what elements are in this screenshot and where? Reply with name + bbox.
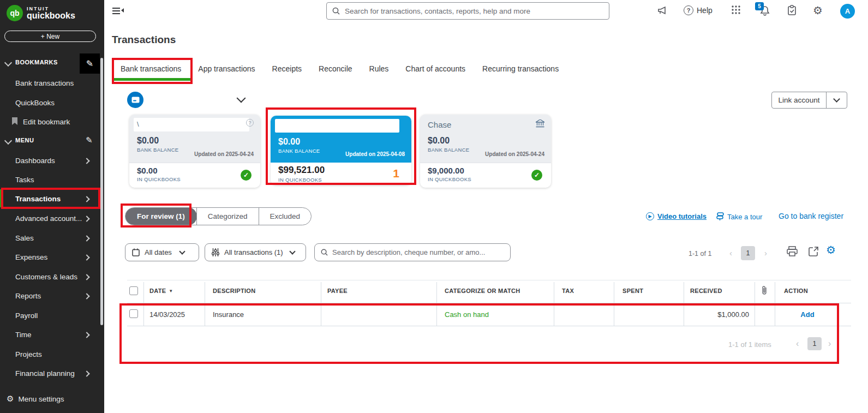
quickbooks-logo[interactable]: qb INTUIT quickbooks	[7, 5, 75, 21]
sidebar-item-projects[interactable]: Projects	[15, 350, 42, 358]
page-title: Transactions	[112, 34, 176, 46]
tab-app-transactions[interactable]: App transactions	[198, 64, 255, 73]
row-checkbox[interactable]	[129, 309, 138, 318]
sidebar-item-time[interactable]: Time	[15, 331, 32, 339]
notifications-button[interactable]: 5	[759, 5, 770, 16]
active-tab-underline	[114, 78, 192, 81]
bottom-pagination-page-1[interactable]: 1	[807, 337, 822, 350]
go-to-bank-register-label: Go to bank register	[779, 212, 843, 220]
tab-bank-transactions[interactable]: Bank transactions	[121, 64, 181, 73]
collapse-sidebar-icon[interactable]	[112, 7, 124, 16]
sidebar-item-payroll[interactable]: Payroll	[15, 312, 38, 320]
table-search[interactable]	[314, 243, 511, 261]
gear-icon: ⚙	[7, 394, 14, 404]
tab-rules[interactable]: Rules	[369, 64, 389, 73]
table-settings-gear-icon[interactable]: ⚙	[826, 243, 836, 256]
help-icon: ?	[684, 5, 693, 15]
link-account-caret[interactable]	[827, 92, 847, 108]
announcements-icon[interactable]	[657, 5, 668, 16]
tooltip-question-icon[interactable]: ?	[246, 119, 254, 127]
cell-categorize[interactable]: Cash on hand	[445, 310, 489, 319]
accounts-dropdown-icon[interactable]	[237, 94, 246, 103]
qb-logo-icon: qb	[7, 5, 23, 21]
sidebar-item-customers-leads[interactable]: Customers & leads	[15, 273, 77, 281]
sidebar-item-financial-planning[interactable]: Financial planning	[15, 369, 75, 378]
account-card-1[interactable]: \ ? $0.00 BANK BALANCE Updated on 2025-0…	[129, 115, 260, 188]
select-all-checkbox[interactable]	[129, 286, 138, 295]
date-filter-label: All dates	[145, 248, 172, 256]
bookmarks-collapse-icon[interactable]	[4, 59, 12, 67]
transactions-filter-dropdown[interactable]: All transactions (1)	[205, 243, 306, 261]
sidebar-item-expenses[interactable]: Expenses	[15, 253, 47, 261]
tasks-clipboard-icon[interactable]	[787, 5, 797, 16]
sidebar-item-sales[interactable]: Sales	[15, 234, 34, 242]
settings-gear-icon[interactable]: ⚙	[813, 4, 823, 17]
pagination-range: 1-1 of 1	[689, 250, 711, 258]
go-to-bank-register-link[interactable]: Go to bank register	[779, 212, 843, 220]
sidebar-item-quickbooks[interactable]: QuickBooks	[15, 99, 55, 107]
bottom-pagination-next-icon[interactable]: ›	[828, 339, 831, 349]
column-header-received: RECEIVED	[690, 288, 722, 294]
edit-bookmarks-button[interactable]: ✎	[80, 53, 100, 74]
account-card-2-selected[interactable]: $0.00 BANK BALANCE Updated on 2025-04-08…	[271, 116, 411, 185]
edit-menu-button[interactable]: ✎	[86, 135, 93, 145]
export-icon[interactable]	[809, 246, 819, 256]
tab-receipts[interactable]: Receipts	[272, 64, 302, 73]
menu-collapse-icon[interactable]	[4, 137, 12, 145]
take-a-tour-link[interactable]: Take a tour	[716, 212, 762, 221]
video-tutorials-link[interactable]: ▶ Video tutorials	[646, 212, 707, 220]
sidebar-item-advanced-accounting[interactable]: Advanced account...	[15, 214, 82, 223]
bank-building-icon	[536, 119, 544, 128]
pagination-next-icon[interactable]: ›	[764, 248, 767, 258]
pagination-page-1[interactable]: 1	[741, 246, 755, 260]
sidebar-item-tasks[interactable]: Tasks	[15, 176, 34, 184]
table-search-input[interactable]	[332, 248, 504, 256]
sidebar-item-edit-bookmark[interactable]: Edit bookmark	[23, 118, 70, 126]
pagination-prev-icon[interactable]: ‹	[729, 248, 732, 258]
account-card-chase[interactable]: Chase $0.00 BANK BALANCE Updated on 2025…	[420, 115, 551, 188]
in-quickbooks-label: IN QUICKBOOKS	[428, 176, 544, 182]
bottom-pagination-prev-icon[interactable]: ‹	[796, 339, 799, 349]
date-filter-dropdown[interactable]: All dates	[125, 243, 199, 261]
tab-for-review[interactable]: For review (1)	[125, 207, 197, 225]
sidebar-item-bank-transactions[interactable]: Bank transactions	[15, 79, 74, 87]
chevron-down-icon	[179, 248, 185, 254]
pencil-icon: ✎	[86, 58, 93, 69]
link-account-button[interactable]: Link account	[771, 92, 847, 109]
chevron-right-icon	[83, 235, 89, 241]
global-search-input[interactable]	[345, 7, 603, 15]
menu-settings-button[interactable]: ⚙ Menu settings	[7, 394, 64, 404]
link-account-label[interactable]: Link account	[772, 92, 827, 108]
chevron-right-icon	[83, 293, 89, 299]
table-header-border	[127, 303, 851, 303]
in-quickbooks-label: IN QUICKBOOKS	[137, 176, 254, 182]
sidebar-item-dashboards[interactable]: Dashboards	[15, 157, 55, 165]
sidebar-item-transactions[interactable]: Transactions	[15, 195, 61, 203]
help-button[interactable]: ? Help	[684, 5, 713, 15]
bottom-pagination-range: 1-1 of 1 items	[728, 340, 771, 349]
apps-grid-icon[interactable]	[731, 5, 741, 15]
print-icon[interactable]	[787, 246, 798, 256]
card-icon	[131, 97, 140, 103]
cell-description: Insurance	[213, 310, 244, 319]
in-quickbooks-amount: $9,000.00	[428, 166, 544, 175]
chevron-right-icon	[83, 332, 89, 338]
tab-categorized[interactable]: Categorized	[196, 208, 259, 225]
column-header-date[interactable]: DATE▼	[149, 288, 173, 294]
notification-badge: 5	[755, 2, 764, 10]
global-search[interactable]	[326, 2, 609, 20]
tour-icon	[716, 212, 724, 221]
sidebar-scrollbar[interactable]	[100, 58, 103, 325]
account-name: \	[137, 120, 139, 128]
tab-recurring-transactions[interactable]: Recurring transactions	[482, 64, 559, 73]
add-button[interactable]: Add	[794, 310, 821, 319]
tab-reconcile[interactable]: Reconcile	[319, 64, 352, 73]
new-button[interactable]: + New	[4, 31, 96, 42]
bank-balance-amount: $0.00	[428, 136, 544, 146]
search-icon	[332, 7, 340, 15]
tab-excluded[interactable]: Excluded	[259, 208, 312, 225]
sidebar-item-reports[interactable]: Reports	[15, 292, 41, 300]
bank-account-icon[interactable]	[127, 92, 143, 108]
tab-chart-of-accounts[interactable]: Chart of accounts	[405, 64, 465, 73]
avatar[interactable]: A	[840, 4, 855, 19]
